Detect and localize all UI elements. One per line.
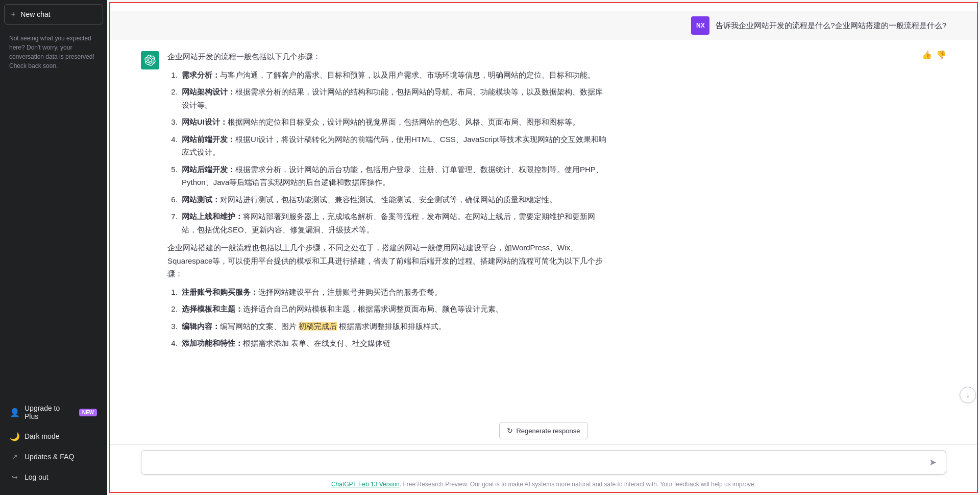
logout-icon: ↪ bbox=[10, 473, 19, 482]
assistant-avatar bbox=[141, 51, 159, 69]
regenerate-bar: ↻ Regenerate response bbox=[110, 419, 977, 444]
send-icon: ➤ bbox=[929, 457, 937, 467]
user-message-row: NX 告诉我企业网站开发的流程是什么?企业网站搭建的一般流程是什么? bbox=[110, 11, 977, 40]
list-item: 网站上线和维护：将网站部署到服务器上，完成域名解析、备案等流程，发布网站。在网站… bbox=[180, 210, 606, 236]
assistant-para2: 企业网站搭建的一般流程也包括以上几个步骤，不同之处在于，搭建的网站一般使用网站建… bbox=[167, 241, 606, 280]
highlight-text: 初稿完成后 bbox=[299, 322, 337, 331]
list-item: 网站UI设计：根据网站的定位和目标受众，设计网站的视觉界面，包括网站的色彩、风格… bbox=[180, 115, 606, 129]
new-chat-label: New chat bbox=[20, 10, 50, 18]
sidebar-notice: Not seeing what you expected here? Don't… bbox=[4, 31, 103, 399]
assistant-message-row: 企业网站开发的流程一般包括以下几个步骤： 需求分析：与客户沟通，了解客户的需求、… bbox=[110, 40, 977, 365]
regenerate-label: Regenerate response bbox=[516, 427, 580, 435]
feedback-icons: 👍 👎 bbox=[922, 50, 946, 60]
upgrade-label: Upgrade to Plus bbox=[24, 404, 74, 420]
external-link-icon: ↗ bbox=[10, 452, 19, 461]
list-item: 网站架构设计：根据需求分析的结果，设计网站的结构和功能，包括网站的导航、布局、功… bbox=[180, 85, 606, 111]
main-content: NX 告诉我企业网站开发的流程是什么?企业网站搭建的一般流程是什么? 企业网站开… bbox=[107, 0, 980, 495]
list-item: 编辑内容：编写网站的文案、图片 初稿完成后 根据需求调整排版和排版样式。 bbox=[180, 320, 606, 333]
sidebar-item-faq[interactable]: ↗ Updates & FAQ bbox=[4, 447, 103, 466]
sidebar-item-upgrade[interactable]: 👤 Upgrade to Plus NEW bbox=[4, 399, 103, 426]
user-icon: 👤 bbox=[10, 408, 19, 417]
sidebar-bottom: 👤 Upgrade to Plus NEW 🌙 Dark mode ↗ Upda… bbox=[4, 399, 103, 491]
footer-link[interactable]: ChatGPT Feb 13 Version bbox=[331, 481, 400, 488]
new-badge: NEW bbox=[79, 409, 97, 416]
list-item: 网站前端开发：根据UI设计，将设计稿转化为网站的前端代码，使用HTML、CSS、… bbox=[180, 133, 606, 159]
footer-text: . Free Research Preview. Our goal is to … bbox=[400, 481, 756, 488]
list-item: 网站后端开发：根据需求分析，设计网站的后台功能，包括用户登录、注册、订单管理、数… bbox=[180, 163, 606, 189]
darkmode-label: Dark mode bbox=[24, 432, 59, 440]
assistant-steps-list: 需求分析：与客户沟通，了解客户的需求、目标和预算，以及用户需求、市场环境等信息，… bbox=[167, 68, 606, 237]
assistant-steps2-list: 注册账号和购买服务：选择网站建设平台，注册账号并购买适合的服务套餐。 选择模板和… bbox=[167, 286, 606, 350]
chat-footer: ChatGPT Feb 13 Version. Free Research Pr… bbox=[110, 478, 977, 492]
plus-icon: + bbox=[11, 10, 15, 19]
faq-label: Updates & FAQ bbox=[24, 453, 74, 461]
user-avatar: NX bbox=[691, 16, 709, 35]
regenerate-icon: ↻ bbox=[507, 427, 513, 435]
assistant-intro: 企业网站开发的流程一般包括以下几个步骤： bbox=[167, 50, 606, 63]
user-message-text: 告诉我企业网站开发的流程是什么?企业网站搭建的一般流程是什么? bbox=[716, 16, 946, 32]
logout-label: Log out bbox=[24, 473, 48, 481]
moon-icon: 🌙 bbox=[10, 432, 19, 441]
chat-container: NX 告诉我企业网站开发的流程是什么?企业网站搭建的一般流程是什么? 企业网站开… bbox=[109, 2, 978, 493]
regenerate-button[interactable]: ↻ Regenerate response bbox=[499, 422, 587, 439]
sidebar-item-darkmode[interactable]: 🌙 Dark mode bbox=[4, 427, 103, 446]
list-item: 添加功能和特性：根据需求添加 表单、在线支付、社交媒体链 bbox=[180, 337, 606, 350]
chat-input[interactable] bbox=[149, 456, 927, 468]
send-button[interactable]: ➤ bbox=[927, 456, 939, 469]
chat-input-wrapper: ➤ bbox=[141, 450, 946, 475]
sidebar-item-logout[interactable]: ↪ Log out bbox=[4, 467, 103, 487]
thumbs-down-icon[interactable]: 👎 bbox=[936, 50, 946, 60]
list-item: 网站测试：对网站进行测试，包括功能测试、兼容性测试、性能测试、安全测试等，确保网… bbox=[180, 193, 606, 206]
new-chat-button[interactable]: + New chat bbox=[4, 4, 103, 25]
list-item: 需求分析：与客户沟通，了解客户的需求、目标和预算，以及用户需求、市场环境等信息，… bbox=[180, 68, 606, 82]
chat-messages[interactable]: NX 告诉我企业网站开发的流程是什么?企业网站搭建的一般流程是什么? 企业网站开… bbox=[110, 3, 977, 419]
assistant-content: 企业网站开发的流程一般包括以下几个步骤： 需求分析：与客户沟通，了解客户的需求、… bbox=[167, 50, 606, 355]
input-area: ➤ bbox=[110, 444, 977, 478]
sidebar: + New chat Not seeing what you expected … bbox=[0, 0, 107, 495]
list-item: 选择模板和主题：选择适合自己的网站模板和主题，根据需求调整页面布局、颜色等设计元… bbox=[180, 302, 606, 316]
list-item: 注册账号和购买服务：选择网站建设平台，注册账号并购买适合的服务套餐。 bbox=[180, 286, 606, 299]
thumbs-up-icon[interactable]: 👍 bbox=[922, 50, 932, 60]
chevron-down-icon: ↓ bbox=[966, 390, 970, 399]
scroll-bottom-button[interactable]: ↓ bbox=[960, 387, 976, 403]
